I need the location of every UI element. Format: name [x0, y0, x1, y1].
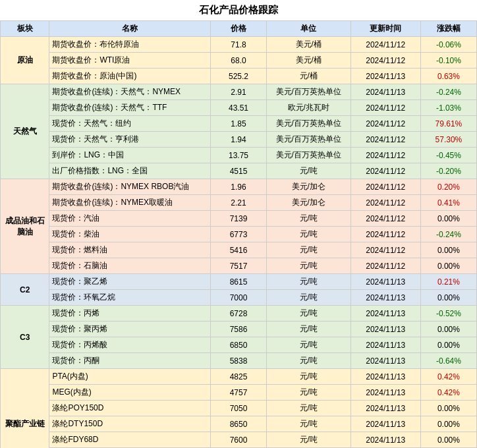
row-date: 2024/11/12: [351, 227, 420, 242]
row-name: 现货价：天然气：亨利港: [49, 132, 211, 148]
row-name: 现货价：环氧乙烷: [49, 290, 211, 306]
row-price: 2.21: [210, 195, 266, 211]
table-row: 现货价：天然气：亨利港1.94美元/百万英热单位2024/11/1257.30%: [1, 132, 477, 148]
row-name: 期货收盘价(连续)：NYMEX RBOB汽油: [49, 179, 211, 195]
row-date: 2024/11/12: [351, 100, 420, 116]
row-price: 4515: [210, 163, 266, 179]
row-date: 2024/11/13: [351, 322, 420, 337]
category-cell: 成品油和石脑油: [1, 179, 49, 274]
row-date: 2024/11/13: [351, 274, 420, 290]
row-price: 6850: [210, 337, 266, 353]
row-date: 2024/11/13: [351, 84, 420, 100]
row-change: -0.52%: [420, 306, 476, 322]
row-name: 现货价：柴油: [49, 227, 211, 242]
row-name: 现货价：石脑油: [49, 258, 211, 274]
row-date: 2024/11/13: [351, 290, 420, 306]
row-price: 7517: [210, 258, 266, 274]
row-name: 现货价：天然气：纽约: [49, 116, 211, 132]
row-name: 涤纶DTY150D: [49, 416, 211, 432]
row-name: 期货收盘价：布伦特原油: [49, 37, 211, 53]
row-unit: 元/吨: [267, 322, 351, 337]
table-row: 期货收盘价：原油(中国)525.2元/桶2024/11/130.63%: [1, 69, 477, 84]
table-row: 涤纶POY150D7050元/吨2024/11/130.00%: [1, 401, 477, 416]
row-date: 2024/11/13: [351, 432, 420, 448]
table-row: 现货价：柴油6773元/吨2024/11/12-0.24%: [1, 227, 477, 242]
row-name: 涤纶POY150D: [49, 401, 211, 416]
category-cell: 原油: [1, 37, 49, 84]
row-date: 2024/11/12: [351, 53, 420, 69]
row-date: 2024/11/12: [351, 37, 420, 53]
row-change: 0.00%: [420, 337, 476, 353]
row-price: 7139: [210, 211, 266, 227]
row-date: 2024/11/13: [351, 416, 420, 432]
table-row: 现货价：丙酮5838元/吨2024/11/13-0.64%: [1, 353, 477, 369]
row-date: 2024/11/12: [351, 211, 420, 227]
row-price: 2.91: [210, 84, 266, 100]
row-price: 8615: [210, 274, 266, 290]
row-unit: 元/吨: [267, 416, 351, 432]
row-name: 现货价：燃料油: [49, 242, 211, 258]
row-unit: 元/吨: [267, 242, 351, 258]
row-unit: 元/吨: [267, 258, 351, 274]
header-price: 价格: [210, 21, 266, 37]
row-name: 期货收盘价(连续)：NYMEX取暖油: [49, 195, 211, 211]
table-row: 现货价：燃料油5416元/吨2024/11/120.00%: [1, 242, 477, 258]
row-name: 现货价：聚乙烯: [49, 274, 211, 290]
table-row: 涤纶DTY150D8650元/吨2024/11/130.00%: [1, 416, 477, 432]
row-date: 2024/11/13: [351, 353, 420, 369]
row-change: 0.42%: [420, 369, 476, 385]
table-row: 聚酯产业链PTA(内盘)4825元/吨2024/11/130.42%: [1, 369, 477, 385]
row-unit: 元/吨: [267, 227, 351, 242]
row-name: PTA(内盘): [49, 369, 211, 385]
table-row: 期货收盘价(连续)：NYMEX取暖油2.21美元/加仑2024/11/120.4…: [1, 195, 477, 211]
row-price: 7000: [210, 290, 266, 306]
row-price: 8650: [210, 416, 266, 432]
row-price: 5416: [210, 242, 266, 258]
row-unit: 元/吨: [267, 211, 351, 227]
row-name: 现货价：聚丙烯: [49, 322, 211, 337]
row-price: 7050: [210, 401, 266, 416]
table-row: 现货价：石脑油7517元/吨2024/11/120.00%: [1, 258, 477, 274]
row-date: 2024/11/12: [351, 179, 420, 195]
row-date: 2024/11/13: [351, 337, 420, 353]
row-price: 4757: [210, 385, 266, 401]
table-row: 现货价：汽油7139元/吨2024/11/120.00%: [1, 211, 477, 227]
category-cell: C2: [1, 274, 49, 306]
row-name: 现货价：丙烯酸: [49, 337, 211, 353]
table-row: 原油期货收盘价：布伦特原油71.8美元/桶2024/11/12-0.06%: [1, 37, 477, 53]
row-change: 0.41%: [420, 195, 476, 211]
row-name: 现货价：汽油: [49, 211, 211, 227]
row-name: 涤纶FDY68D: [49, 432, 211, 448]
row-change: 0.42%: [420, 385, 476, 401]
row-name: 出厂价格指数：LNG：全国: [49, 163, 211, 179]
row-change: -1.03%: [420, 100, 476, 116]
row-unit: 元/吨: [267, 401, 351, 416]
row-unit: 元/吨: [267, 369, 351, 385]
table-row: C2现货价：聚乙烯8615元/吨2024/11/130.21%: [1, 274, 477, 290]
row-change: 0.00%: [420, 258, 476, 274]
row-price: 43.51: [210, 100, 266, 116]
header-unit: 单位: [267, 21, 351, 37]
page-title: 石化产品价格跟踪: [0, 0, 477, 20]
row-price: 525.2: [210, 69, 266, 84]
row-price: 4825: [210, 369, 266, 385]
row-change: -0.45%: [420, 148, 476, 163]
row-unit: 美元/百万英热单位: [267, 84, 351, 100]
row-price: 13.75: [210, 148, 266, 163]
row-unit: 元/吨: [267, 163, 351, 179]
row-price: 1.94: [210, 132, 266, 148]
category-cell: 聚酯产业链: [1, 369, 49, 449]
row-change: 57.30%: [420, 132, 476, 148]
row-date: 2024/11/12: [351, 148, 420, 163]
row-unit: 美元/桶: [267, 37, 351, 53]
category-cell: 天然气: [1, 84, 49, 179]
row-date: 2024/11/12: [351, 163, 420, 179]
row-price: 7586: [210, 322, 266, 337]
row-date: 2024/11/13: [351, 369, 420, 385]
row-change: -0.24%: [420, 84, 476, 100]
row-name: MEG(内盘): [49, 385, 211, 401]
row-change: 0.00%: [420, 401, 476, 416]
row-change: 0.00%: [420, 242, 476, 258]
table-row: 现货价：环氧乙烷7000元/吨2024/11/130.00%: [1, 290, 477, 306]
row-price: 71.8: [210, 37, 266, 53]
